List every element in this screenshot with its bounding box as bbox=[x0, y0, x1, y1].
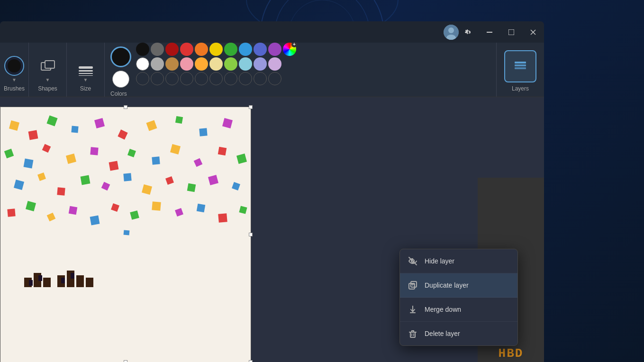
svg-rect-25 bbox=[222, 118, 233, 128]
brushes-label: Brushes bbox=[4, 85, 25, 92]
color-row-1: + bbox=[136, 43, 296, 56]
settings-button[interactable] bbox=[461, 24, 478, 41]
svg-rect-116 bbox=[410, 332, 415, 337]
empty-swatch-10[interactable] bbox=[268, 72, 281, 85]
color-grid: + bbox=[136, 43, 296, 85]
context-menu-hide-layer[interactable]: Hide layer bbox=[400, 249, 517, 273]
svg-rect-54 bbox=[111, 203, 119, 212]
svg-rect-68 bbox=[76, 275, 84, 287]
svg-rect-12 bbox=[45, 61, 54, 68]
svg-rect-26 bbox=[4, 149, 14, 159]
svg-rect-33 bbox=[152, 156, 160, 164]
canvas[interactable] bbox=[0, 107, 251, 362]
svg-rect-44 bbox=[142, 184, 152, 195]
svg-rect-57 bbox=[175, 208, 183, 217]
handle-bottom[interactable] bbox=[124, 360, 127, 362]
svg-point-5 bbox=[448, 27, 454, 33]
avatar[interactable] bbox=[444, 25, 459, 40]
context-menu-merge-down[interactable]: Merge down bbox=[400, 298, 517, 322]
context-menu-delete-layer[interactable]: Delete layer bbox=[400, 322, 517, 345]
shapes-arrow: ▼ bbox=[45, 77, 50, 82]
empty-swatch-5[interactable] bbox=[195, 72, 208, 85]
color-swatch-green[interactable] bbox=[224, 43, 237, 56]
secondary-color[interactable] bbox=[112, 71, 129, 88]
empty-swatch-8[interactable] bbox=[239, 72, 252, 85]
svg-rect-40 bbox=[57, 187, 65, 195]
color-swatch-ltorg[interactable] bbox=[195, 57, 208, 71]
color-swatch-ltyellow[interactable] bbox=[209, 57, 223, 71]
svg-rect-16 bbox=[9, 120, 19, 131]
handle-bottom-right[interactable] bbox=[249, 360, 253, 362]
hide-layer-label: Hide layer bbox=[425, 257, 510, 265]
svg-rect-23 bbox=[175, 116, 183, 124]
svg-rect-18 bbox=[46, 115, 57, 126]
color-row-3 bbox=[136, 72, 296, 85]
svg-rect-27 bbox=[24, 159, 34, 169]
primary-color[interactable] bbox=[110, 46, 131, 67]
empty-swatch-4[interactable] bbox=[180, 72, 193, 85]
merge-down-label: Merge down bbox=[425, 306, 510, 313]
svg-rect-34 bbox=[170, 144, 181, 154]
svg-rect-21 bbox=[118, 129, 127, 139]
empty-swatch-2[interactable] bbox=[151, 72, 164, 85]
hbd-text: HBD bbox=[499, 346, 524, 348]
color-swatch-pink[interactable] bbox=[180, 57, 193, 71]
svg-rect-72 bbox=[61, 278, 65, 283]
color-swatch-yellow[interactable] bbox=[209, 43, 223, 56]
svg-rect-52 bbox=[69, 206, 78, 215]
toolbar: ▼ Brushes ▼ Shapes bbox=[0, 43, 544, 97]
size-label: Size bbox=[80, 85, 91, 92]
context-menu: Hide layer Duplicate layer bbox=[399, 249, 518, 346]
svg-rect-37 bbox=[236, 154, 247, 164]
colors-section: + bbox=[105, 43, 497, 97]
size-section: ▼ Size bbox=[67, 43, 105, 97]
brushes-icon[interactable] bbox=[4, 56, 24, 76]
color-swatch-ltindigo[interactable] bbox=[254, 57, 267, 71]
color-swatch-ltblue[interactable] bbox=[239, 57, 252, 71]
color-swatch-ltpurple[interactable] bbox=[268, 57, 281, 71]
svg-rect-36 bbox=[218, 147, 227, 156]
svg-rect-62 bbox=[15, 287, 228, 297]
color-swatch-indigo[interactable] bbox=[254, 43, 267, 56]
svg-rect-15 bbox=[515, 62, 526, 63]
svg-rect-73 bbox=[71, 273, 74, 279]
empty-swatch-3[interactable] bbox=[165, 72, 179, 85]
svg-rect-14 bbox=[515, 64, 526, 66]
color-swatch-ltgreen[interactable] bbox=[224, 57, 237, 71]
size-icon-area: ▼ bbox=[79, 66, 93, 82]
empty-swatch-6[interactable] bbox=[209, 72, 223, 85]
svg-rect-65 bbox=[43, 278, 51, 287]
empty-swatch-9[interactable] bbox=[254, 72, 267, 85]
color-swatch-purple[interactable] bbox=[268, 43, 281, 56]
shapes-section: ▼ Shapes bbox=[29, 43, 67, 97]
svg-rect-29 bbox=[66, 154, 76, 164]
color-swatch-blue[interactable] bbox=[239, 43, 252, 56]
layers-section: Layers bbox=[497, 43, 544, 97]
svg-rect-13 bbox=[515, 67, 526, 69]
empty-swatch-7[interactable] bbox=[224, 72, 237, 85]
svg-rect-70 bbox=[29, 280, 33, 286]
svg-rect-45 bbox=[165, 176, 174, 185]
context-menu-duplicate-layer[interactable]: Duplicate layer bbox=[400, 273, 517, 298]
empty-swatch-1[interactable] bbox=[136, 72, 149, 85]
svg-rect-20 bbox=[94, 118, 105, 128]
color-swatch-ltgray[interactable] bbox=[151, 57, 164, 71]
color-swatch-gray[interactable] bbox=[151, 43, 164, 56]
layers-toggle-button[interactable] bbox=[504, 50, 536, 82]
selected-colors bbox=[110, 46, 131, 88]
color-swatch-orange[interactable] bbox=[195, 43, 208, 56]
color-swatch-red[interactable] bbox=[180, 43, 193, 56]
color-swatch-white[interactable] bbox=[136, 57, 149, 71]
shapes-icon[interactable] bbox=[39, 59, 56, 76]
svg-rect-42 bbox=[101, 182, 110, 191]
color-swatch-brown[interactable] bbox=[165, 57, 179, 71]
custom-color-picker[interactable]: + bbox=[283, 43, 296, 56]
svg-rect-19 bbox=[71, 126, 78, 133]
svg-rect-53 bbox=[90, 216, 100, 226]
size-icon[interactable] bbox=[79, 66, 93, 76]
svg-rect-55 bbox=[130, 210, 139, 220]
delete-layer-label: Delete layer bbox=[425, 330, 510, 337]
color-swatch-black[interactable] bbox=[136, 43, 149, 56]
svg-rect-46 bbox=[187, 183, 196, 192]
color-swatch-darkred[interactable] bbox=[165, 43, 179, 56]
